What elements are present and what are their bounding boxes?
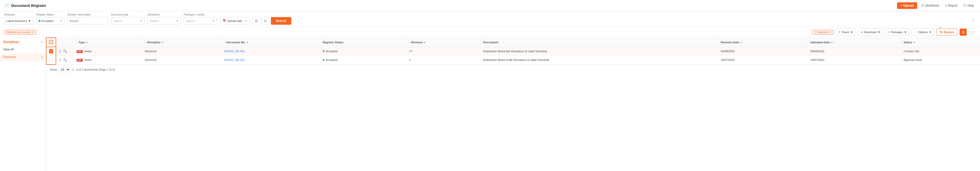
table-row: ↧ 🔍 PDF Notes Electrical EW102_DB-DEL xyxy=(46,55,980,65)
row1-type: PDF Notes xyxy=(74,47,142,55)
table-area: ↑ Type ▼ ↑ Discipline ▼ ↑ Document No. ▼… xyxy=(46,38,980,171)
th-revision[interactable]: ↑ Revision ▼ xyxy=(406,38,480,47)
row2-type: PDF Notes xyxy=(74,55,142,65)
upload-button[interactable]: + Upload xyxy=(897,2,917,9)
download-icon: ⇓ xyxy=(861,30,863,34)
th-actions xyxy=(56,38,74,47)
header-right: + Upload ☷ Workflows ⎋ Report ⓘ Help xyxy=(897,2,976,9)
reset-filter-button[interactable]: ↻ xyxy=(262,17,269,25)
help-button[interactable]: ⓘ Help xyxy=(961,2,976,9)
grid-view-button[interactable]: □ xyxy=(969,28,976,36)
sidebar-header: Disciplines « xyxy=(0,38,46,46)
row1-document-link[interactable]: EW092_DB-DEL xyxy=(224,50,245,53)
upload-date-dropdown[interactable]: 📅 Upload date ▼ xyxy=(220,17,250,25)
sidebar-collapse-icon[interactable]: « xyxy=(41,40,43,44)
deleted-documents-tag[interactable]: Deleted documents ✕ xyxy=(4,30,36,35)
report-icon: ⎋ xyxy=(945,4,947,7)
th-document-no[interactable]: ↑ Document No. ▼ xyxy=(222,38,320,47)
search-button[interactable]: Search xyxy=(271,17,291,25)
share-button[interactable]: ⇧ Share ▼ xyxy=(835,28,856,36)
header-left: 📄 Document Register xyxy=(4,3,897,8)
packages-filter-group: Packages / Labels Search ▼ xyxy=(184,13,217,25)
table-header-row: ↑ Type ▼ ↑ Discipline ▼ ↑ Document No. ▼… xyxy=(46,38,980,47)
pdf-badge: PDF xyxy=(76,50,83,53)
pagination-info: 1 - 2 of 2 documents (Page 1 of 1) xyxy=(72,68,115,71)
list-view-icon: ☰ xyxy=(962,30,965,34)
download-row2-icon[interactable]: ↧ xyxy=(59,58,62,62)
row1-register-status: Accepted xyxy=(320,47,406,55)
row2-revision-link[interactable]: 8 xyxy=(409,59,410,62)
packages-labels-label: Packages / Labels xyxy=(184,13,217,16)
row2-actions: ↧ 🔍 xyxy=(56,55,74,65)
disciplines-dropdown[interactable]: Search ▼ xyxy=(148,17,181,25)
disciplines-label: Disciplines xyxy=(148,13,181,16)
number-description-label: Number / description xyxy=(67,13,108,16)
show-count-dropdown[interactable]: 10 25 50 xyxy=(58,67,70,72)
disciplines-filter-group: Disciplines Search ▼ xyxy=(148,13,181,25)
sidebar-item-electrical[interactable]: Electrical 2 xyxy=(0,53,46,61)
download-button[interactable]: ⇓ Download ▼ xyxy=(858,28,883,36)
close-selected-icon[interactable]: ✕ xyxy=(829,30,831,34)
search-row2-icon[interactable]: 🔍 xyxy=(63,58,67,62)
accepted-dot-icon xyxy=(323,50,325,52)
document-type-dropdown[interactable]: Search ▼ xyxy=(111,17,145,25)
collapse-filter-button[interactable]: ⌃ xyxy=(971,19,976,25)
th-revision-date[interactable]: Revision Date ▼ xyxy=(718,38,808,47)
packages-labels-dropdown[interactable]: Search ▼ xyxy=(184,17,217,25)
row1-actions: ↧ 🔍 xyxy=(56,47,74,55)
list-view-button[interactable]: ☰ xyxy=(959,28,967,36)
th-type[interactable]: ↑ Type ▼ xyxy=(74,38,142,47)
packages-labels-chevron-icon: ▼ xyxy=(212,20,215,22)
number-description-input-wrap xyxy=(67,17,108,25)
register-status-filter-group: Register Status Accepted ▼ xyxy=(36,13,64,25)
header-title: Document Register xyxy=(11,3,46,8)
row2-uploaded-date: 19/07/2022 xyxy=(808,55,901,65)
th-uploaded-date[interactable]: Uploaded Date ▼ xyxy=(808,38,901,47)
row2-document-link[interactable]: EW102_DB-DEL xyxy=(224,59,245,62)
selected-count-tag: 1 Selected ✕ xyxy=(812,30,834,35)
uploaded-date-filter-icon: ▼ xyxy=(831,41,833,44)
workflows-button[interactable]: ☷ Workflows xyxy=(919,3,941,8)
table-row: ✓ ↧ 🔍 PDF Notes Electrical xyxy=(46,47,980,55)
row2-description: Distribution Board Grille Elevations & L… xyxy=(480,55,718,65)
revisions-chevron-icon: ▼ xyxy=(28,19,31,22)
options-icon: ⋮ xyxy=(915,30,917,34)
sidebar-item-view-all[interactable]: View All xyxy=(0,46,46,53)
discipline-filter-icon: ▼ xyxy=(161,41,164,44)
row1-revision-link[interactable]: P3 xyxy=(409,50,412,53)
document-type-label: Document type xyxy=(111,13,145,16)
revisions-dropdown[interactable]: Latest Revisions ▼ xyxy=(4,17,33,25)
filter-bar: Revisions Latest Revisions ▼ Register St… xyxy=(0,11,980,27)
th-status[interactable]: Status ▼ xyxy=(901,38,980,47)
row1-uploaded-date: 04/08/2022 xyxy=(808,47,901,55)
download-row-icon[interactable]: ↧ xyxy=(59,49,62,53)
document-type-filter-group: Document type Search ▼ xyxy=(111,13,145,25)
status-filter-icon: ▼ xyxy=(913,41,915,44)
select-all-checkbox[interactable] xyxy=(49,40,53,44)
share-icon: ⇧ xyxy=(838,30,841,34)
register-status-dropdown[interactable]: Accepted ▼ xyxy=(36,17,64,25)
row2-checkbox[interactable] xyxy=(49,58,53,62)
options-button[interactable]: ⋮ Options ▼ xyxy=(912,28,935,36)
number-description-input[interactable] xyxy=(68,17,107,24)
row1-checkbox[interactable]: ✓ xyxy=(49,49,53,53)
grid-view-icon: □ xyxy=(971,30,974,34)
revisions-filter-group: Revisions Latest Revisions ▼ xyxy=(4,13,33,25)
row2-revision: 8 xyxy=(406,55,480,65)
upload-date-filter-group: . 📅 Upload date ▼ xyxy=(220,13,250,25)
number-description-filter-group: Number / description xyxy=(67,13,108,25)
advanced-filter-button[interactable]: ☰ xyxy=(253,17,260,25)
row1-revision-date: 04/08/2022 xyxy=(718,47,808,55)
share-chevron-icon: ▼ xyxy=(850,30,853,34)
report-button[interactable]: ⎋ Report xyxy=(943,3,959,8)
packages-button[interactable]: □ Packages ▼ xyxy=(885,28,910,36)
search-row-icon[interactable]: 🔍 xyxy=(63,49,67,53)
revisions-label: Revisions xyxy=(4,13,33,16)
register-status-chevron-icon: ▼ xyxy=(60,20,62,22)
row1-checkbox-cell: ✓ xyxy=(46,47,56,55)
row2-document-no: EW102_DB-DEL xyxy=(222,55,320,65)
close-deleted-icon[interactable]: ✕ xyxy=(32,30,34,34)
filter-options-group: . ☰ ↻ Search xyxy=(253,13,291,25)
th-discipline[interactable]: ↑ Discipline ▼ xyxy=(142,38,222,47)
register-status-label: Register Status xyxy=(36,13,64,16)
